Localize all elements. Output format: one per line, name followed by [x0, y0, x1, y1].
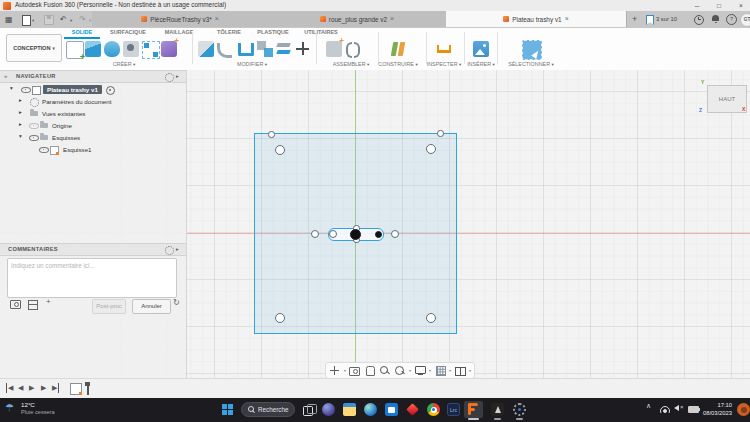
look-at-icon[interactable]	[349, 365, 361, 377]
weather-temp[interactable]: 12°C	[21, 401, 35, 408]
tab-utilitaires[interactable]: UTILITAIRES	[298, 29, 344, 37]
comment-attach-model-icon[interactable]	[28, 300, 38, 310]
maximize-button[interactable]: □	[710, 0, 728, 11]
tab-plateau-trashy[interactable]: Plateau trashy v1 ×	[446, 11, 627, 27]
group-label-creer[interactable]: CRÉER ▾	[94, 61, 154, 67]
sketch-circle[interactable]	[426, 144, 436, 154]
taskbar-search[interactable]: Recherche	[241, 402, 295, 417]
tree-expand-icon[interactable]: ▾	[10, 85, 13, 91]
minimize-button[interactable]: ─	[688, 0, 706, 11]
tab-close-icon[interactable]: ×	[565, 11, 569, 27]
comment-cancel-button[interactable]: Annuler	[132, 299, 171, 314]
wifi-icon[interactable]	[660, 406, 670, 413]
tab-plastique[interactable]: PLASTIQUE	[252, 29, 294, 37]
grid-snaps-icon[interactable]	[434, 365, 446, 377]
chrome-icon[interactable]	[427, 403, 440, 416]
refresh-icon[interactable]: ↻	[173, 298, 180, 307]
construction-plane-icon[interactable]	[390, 41, 406, 57]
tab-close-icon[interactable]: ×	[215, 11, 219, 27]
save-icon[interactable]	[44, 15, 54, 25]
insert-icon[interactable]	[473, 41, 489, 57]
shell-icon[interactable]	[238, 43, 254, 56]
comment-screenshot-icon[interactable]	[10, 300, 21, 309]
jobs-badge[interactable]: 3 sur 10	[656, 16, 677, 22]
tab-roue-plus-grande[interactable]: roue_plus grande v2 ×	[268, 11, 447, 27]
extrude-icon[interactable]	[85, 41, 101, 57]
file-menu-icon[interactable]	[22, 15, 31, 26]
sketch-point-selected[interactable]	[375, 231, 382, 238]
panel-gear-icon[interactable]	[165, 73, 174, 82]
tree-collapsed-icon[interactable]: ▸	[19, 109, 22, 115]
job-clock-icon[interactable]	[694, 15, 704, 25]
tab-close-icon[interactable]: ×	[390, 11, 394, 27]
display-settings-icon[interactable]	[414, 365, 426, 377]
timeline-step-forward-icon[interactable]: ▶	[41, 383, 46, 393]
speaker-icon[interactable]	[674, 405, 679, 411]
pan-icon[interactable]	[364, 365, 376, 377]
start-button[interactable]	[222, 404, 233, 415]
tree-collapsed-icon[interactable]: ▸	[19, 97, 22, 103]
app-diamond-icon[interactable]	[406, 403, 419, 416]
sketch-circle[interactable]	[329, 230, 337, 238]
revolve-icon[interactable]	[104, 41, 120, 57]
weather-icon[interactable]: ☂	[5, 402, 14, 414]
tree-row-esquisse1[interactable]: Esquisse1	[0, 144, 186, 155]
timeline-play-icon[interactable]: ▶	[29, 383, 34, 393]
undo-caret-icon[interactable]: ▾	[70, 18, 72, 23]
undo-icon[interactable]: ↶	[60, 15, 67, 24]
task-view-icon[interactable]	[303, 406, 313, 416]
group-label-modifier[interactable]: MODIFIER ▾	[222, 61, 282, 67]
tree-row-root[interactable]: ▾ Plateau trashy v1	[0, 84, 186, 95]
redo-caret-icon[interactable]: ▾	[89, 18, 91, 23]
tab-maillage[interactable]: MAILLAGE	[158, 29, 200, 37]
collapse-panel-icon[interactable]: «	[4, 73, 7, 79]
pattern-icon[interactable]	[142, 41, 160, 59]
offset-face-icon[interactable]	[276, 41, 292, 57]
joint-icon[interactable]	[345, 41, 361, 57]
lightroom-icon[interactable]: Lrc	[447, 403, 460, 416]
timeline-skip-start-icon[interactable]: ◀	[6, 383, 13, 393]
measure-icon[interactable]	[436, 41, 452, 57]
root-node-label[interactable]: Plateau trashy v1	[43, 85, 102, 94]
fillet-icon[interactable]	[217, 43, 232, 58]
combine-icon[interactable]	[257, 41, 273, 57]
sketch-circle[interactable]	[311, 230, 319, 238]
move-copy-icon[interactable]	[295, 41, 311, 57]
sketch-circle[interactable]	[426, 313, 436, 323]
tree-row-parametres[interactable]: ▸ Paramètres du document	[0, 96, 186, 107]
comment-post-button[interactable]: Post-proc	[92, 299, 126, 314]
data-panel-icon[interactable]: ▦	[5, 15, 13, 24]
tree-row-esquisses[interactable]: ▾ Esquisses	[0, 132, 186, 143]
sketch-circle[interactable]	[391, 230, 399, 238]
panel-expand-icon[interactable]: ▸	[176, 73, 179, 79]
viewcube[interactable]: HAUT	[707, 85, 747, 113]
copilot-icon[interactable]	[322, 403, 335, 416]
microsoft-store-icon[interactable]	[385, 403, 398, 416]
notification-badge[interactable]	[737, 403, 750, 416]
sketch-point[interactable]	[437, 130, 444, 137]
orbit-caret-icon[interactable]: ▾	[344, 368, 346, 373]
comment-add-icon[interactable]: +	[46, 297, 51, 306]
activate-component-icon[interactable]	[106, 86, 115, 95]
file-menu-caret-icon[interactable]: ▾	[32, 18, 34, 23]
settings-gear-icon[interactable]	[513, 403, 526, 416]
notifications-bell-icon[interactable]	[712, 15, 719, 21]
visibility-eye-icon[interactable]	[21, 87, 31, 94]
create-sketch-icon[interactable]	[66, 41, 84, 59]
grid-caret-icon[interactable]: ▾	[449, 368, 451, 373]
group-label-selectionner[interactable]: SÉLECTIONNER ▾	[496, 61, 566, 67]
panel-expand-icon[interactable]: ▸	[176, 246, 179, 252]
workspace-selector-button[interactable]: CONCEPTION ▾	[6, 34, 62, 62]
orbit-icon[interactable]	[329, 365, 341, 377]
new-component-icon[interactable]	[326, 41, 342, 57]
zoom-caret-icon[interactable]: ▾	[409, 368, 411, 373]
viewports-icon[interactable]	[454, 365, 466, 377]
timeline-skip-end-icon[interactable]: ▶	[52, 383, 59, 393]
close-window-button[interactable]: ×	[732, 0, 750, 11]
tree-expand-icon[interactable]: ▾	[19, 133, 22, 139]
file-explorer-icon[interactable]	[343, 403, 356, 416]
timeline-step-back-icon[interactable]: ◀	[18, 383, 23, 393]
new-tab-button[interactable]: +	[632, 14, 637, 24]
user-avatar[interactable]: GT	[740, 13, 750, 27]
comment-input[interactable]	[7, 258, 177, 298]
